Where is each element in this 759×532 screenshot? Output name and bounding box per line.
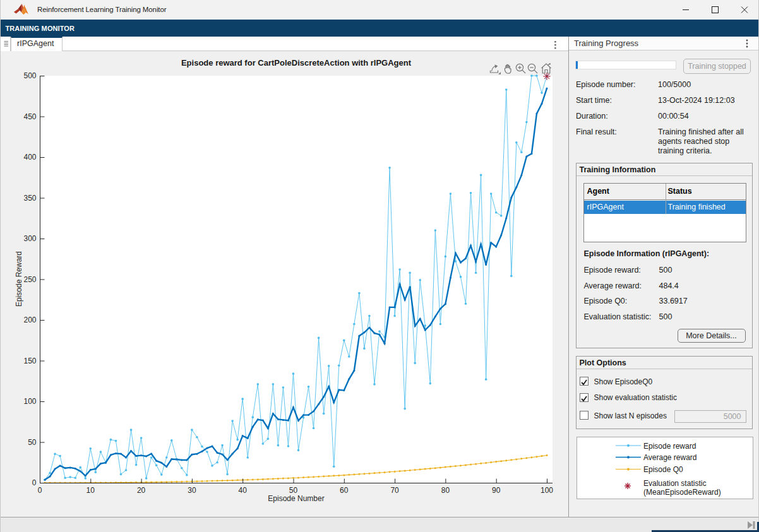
svg-text:40: 40	[239, 486, 248, 495]
svg-text:50: 50	[28, 438, 37, 447]
svg-text:70: 70	[390, 486, 399, 495]
svg-text:30: 30	[188, 486, 196, 495]
svg-text:350: 350	[23, 194, 36, 203]
svg-text:300: 300	[23, 234, 36, 243]
svg-text:100: 100	[23, 397, 36, 406]
svg-text:Episode reward for CartPoleDis: Episode reward for CartPoleDiscreteActio…	[181, 58, 412, 68]
svg-text:Episode Number: Episode Number	[268, 494, 324, 503]
svg-text:0: 0	[38, 486, 42, 495]
svg-text:100: 100	[541, 486, 553, 495]
svg-text:20: 20	[137, 486, 146, 495]
svg-text:Episode Reward: Episode Reward	[15, 251, 23, 307]
svg-text:250: 250	[23, 275, 36, 284]
svg-text:10: 10	[87, 486, 95, 495]
svg-text:400: 400	[23, 153, 36, 162]
svg-text:450: 450	[23, 112, 36, 121]
svg-text:60: 60	[340, 486, 349, 495]
svg-text:150: 150	[23, 357, 36, 365]
svg-text:500: 500	[23, 71, 36, 80]
svg-text:50: 50	[289, 486, 298, 495]
svg-text:80: 80	[441, 486, 450, 495]
svg-text:200: 200	[23, 316, 36, 324]
svg-text:0: 0	[32, 478, 37, 487]
svg-text:90: 90	[492, 486, 501, 495]
